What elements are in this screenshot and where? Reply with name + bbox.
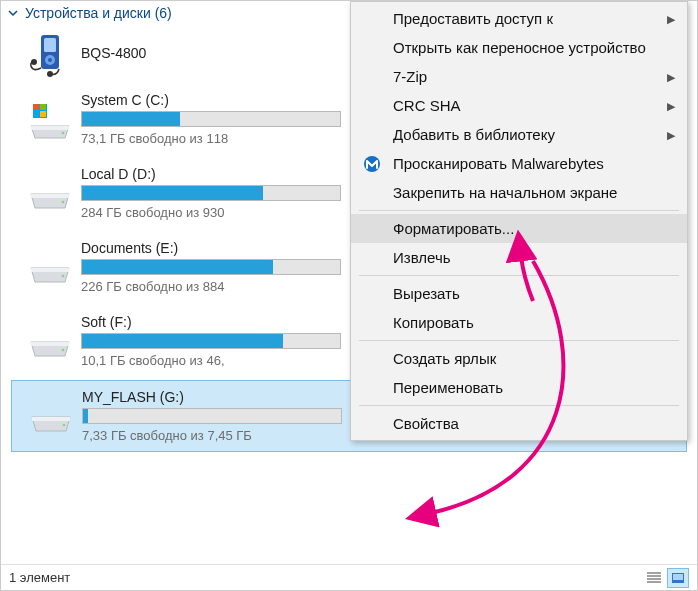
drive-icon: [28, 393, 74, 439]
menu-open-portable[interactable]: Открыть как переносное устройство: [351, 33, 687, 62]
menu-rename[interactable]: Переименовать: [351, 373, 687, 402]
svg-point-4: [31, 59, 37, 65]
drive-icon: [27, 96, 73, 142]
context-menu: Предоставить доступ к ▶ Открыть как пере…: [350, 1, 688, 441]
menu-separator: [359, 210, 679, 211]
menu-grant-access[interactable]: Предоставить доступ к ▶: [351, 4, 687, 33]
svg-rect-9: [33, 111, 39, 117]
malwarebytes-icon: [363, 155, 381, 173]
svg-point-14: [62, 349, 65, 352]
menu-shortcut[interactable]: Создать ярлык: [351, 344, 687, 373]
menu-properties[interactable]: Свойства: [351, 409, 687, 438]
submenu-arrow-icon: ▶: [667, 128, 675, 141]
submenu-arrow-icon: ▶: [667, 99, 675, 112]
svg-point-12: [62, 201, 65, 204]
usage-bar: [81, 111, 341, 127]
drive-icon: [27, 244, 73, 290]
menu-format[interactable]: Форматировать...: [351, 214, 687, 243]
menu-separator: [359, 275, 679, 276]
usage-bar: [81, 259, 341, 275]
menu-separator: [359, 405, 679, 406]
status-text: 1 элемент: [9, 570, 70, 585]
menu-pin-start[interactable]: Закрепить на начальном экране: [351, 178, 687, 207]
svg-rect-10: [40, 111, 46, 117]
svg-rect-7: [33, 104, 39, 110]
svg-point-3: [48, 58, 52, 62]
svg-rect-1: [44, 38, 56, 52]
menu-eject[interactable]: Извлечь: [351, 243, 687, 272]
menu-add-library[interactable]: Добавить в библиотеку ▶: [351, 120, 687, 149]
menu-copy[interactable]: Копировать: [351, 308, 687, 337]
svg-point-15: [63, 424, 66, 427]
drive-icon: [27, 170, 73, 216]
svg-rect-22: [673, 574, 683, 580]
menu-separator: [359, 340, 679, 341]
menu-scan-malwarebytes[interactable]: Просканировать Malwarebytes: [351, 149, 687, 178]
status-bar: 1 элемент: [1, 564, 697, 590]
media-player-icon: [27, 32, 73, 78]
usage-bar: [81, 333, 341, 349]
drive-icon: [27, 318, 73, 364]
svg-point-13: [62, 275, 65, 278]
usage-bar: [81, 185, 341, 201]
view-thumbnails-button[interactable]: [667, 568, 689, 588]
svg-point-11: [62, 132, 65, 135]
view-toggle: [643, 568, 689, 588]
usage-bar: [82, 408, 342, 424]
menu-crc-sha[interactable]: CRC SHA ▶: [351, 91, 687, 120]
view-details-button[interactable]: [643, 568, 665, 588]
menu-7zip[interactable]: 7-Zip ▶: [351, 62, 687, 91]
section-title: Устройства и диски (6): [25, 5, 172, 21]
menu-cut[interactable]: Вырезать: [351, 279, 687, 308]
submenu-arrow-icon: ▶: [667, 70, 675, 83]
svg-rect-8: [40, 104, 46, 110]
submenu-arrow-icon: ▶: [667, 12, 675, 25]
chevron-down-icon: [7, 7, 19, 19]
